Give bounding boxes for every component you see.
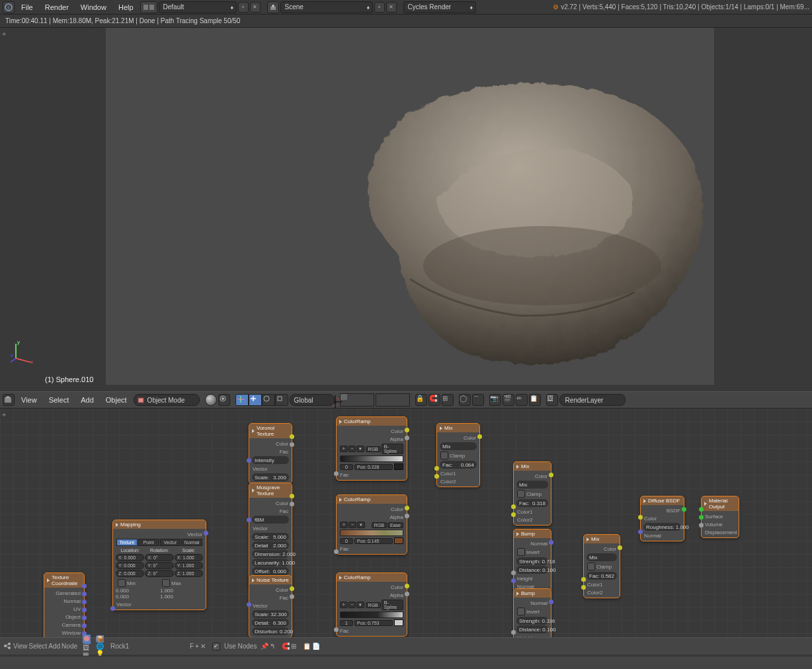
menu-object-3d[interactable]: Object xyxy=(101,395,132,405)
menu-node[interactable]: Node xyxy=(61,643,77,650)
fake-user-button[interactable]: F xyxy=(190,643,194,650)
renderlayer-field[interactable]: RenderLayer xyxy=(559,394,626,406)
scale-manipulator[interactable] xyxy=(275,394,288,406)
node-editor[interactable]: + Texture Coordinate Generated Normal UV… xyxy=(0,409,812,654)
loc-y[interactable]: Y: 0.000 xyxy=(116,562,144,569)
blend-type[interactable]: Mix xyxy=(516,481,548,489)
region-expand-icon[interactable]: + xyxy=(2,30,6,38)
gpencil-icon[interactable]: ✏ xyxy=(516,394,528,406)
node-colorramp-1[interactable]: ColorRamp Color Alpha +−▾RGBB-Spline 0Po… xyxy=(336,416,407,481)
menu-add-node[interactable]: Add xyxy=(48,643,60,650)
manipulator-toggle[interactable] xyxy=(235,394,249,406)
use-nodes-checkbox[interactable]: ✓ xyxy=(212,643,220,650)
region-expand-icon[interactable]: + xyxy=(2,411,6,418)
colorramp-gradient[interactable] xyxy=(340,455,403,462)
musgrave-dimension[interactable]: Dimension:2.000 xyxy=(252,550,289,558)
node-bump-1[interactable]: Bump Normal Invert Strength:0.718 Distan… xyxy=(513,529,551,592)
delete-scene-button[interactable]: ✕ xyxy=(386,2,397,13)
editor-type-node-icon[interactable] xyxy=(3,641,12,652)
min-x[interactable]: 0.000 xyxy=(116,588,159,594)
copy-icon[interactable]: 📋 xyxy=(529,394,541,406)
world-shader-btn[interactable]: 🌐 xyxy=(96,643,104,650)
rot-z[interactable]: Z: 0° xyxy=(145,570,173,577)
node-material-output[interactable]: Material Output Surface Volume Displacem… xyxy=(701,496,739,538)
mix-fac[interactable]: Fac:0.582 xyxy=(587,572,617,580)
translate-manipulator[interactable] xyxy=(249,394,262,406)
node-mapping[interactable]: Mapping Vector TexturePointVectorNormal … xyxy=(112,520,206,610)
node-voronoi-texture[interactable]: Voronoi Texture Color Fac Intensity Vect… xyxy=(249,423,292,484)
voronoi-scale[interactable]: Scale:3.200 xyxy=(252,473,289,481)
material-name-field[interactable]: Rock1 xyxy=(110,643,188,650)
composite-tree-btn[interactable]: 🖼 xyxy=(83,644,91,651)
pin-icon[interactable]: 📌 xyxy=(261,643,268,650)
menu-view-3d[interactable]: View xyxy=(16,395,42,405)
min-y[interactable]: 0.000 xyxy=(116,594,159,600)
node-noise-texture[interactable]: Noise Texture Color Fac Vector Scale:32.… xyxy=(249,575,292,638)
noise-scale[interactable]: Scale:32.300 xyxy=(252,610,289,618)
scl-z[interactable]: Z: 1.000 xyxy=(175,570,203,577)
snap-icon[interactable]: 🧲 xyxy=(428,394,440,406)
add-scene-button[interactable]: + xyxy=(374,2,385,13)
rotate-manipulator[interactable] xyxy=(262,394,275,406)
diffuse-roughness[interactable]: Roughness:1.000 xyxy=(643,523,681,531)
renderlayer-browse-icon[interactable]: 🖼 xyxy=(546,394,558,406)
scl-x[interactable]: X: 1.000 xyxy=(175,554,203,561)
node-mix-3[interactable]: Mix Color Mix Clamp Fac:0.582 Color1 Col… xyxy=(583,534,620,598)
render-engine-dropdown[interactable]: Cycles Render xyxy=(403,1,476,13)
mix-fac[interactable]: Fac:0.318 xyxy=(516,499,548,507)
musgrave-type[interactable]: fBM xyxy=(252,516,289,524)
viewport-shading-icon[interactable] xyxy=(205,394,217,406)
screen-layout-dropdown[interactable]: Default xyxy=(159,1,237,13)
scene-browse-icon[interactable] xyxy=(267,1,279,13)
max-x[interactable]: 1.000 xyxy=(160,588,203,594)
scl-y[interactable]: Y: 1.000 xyxy=(175,562,203,569)
pivot-dropdown[interactable] xyxy=(218,394,230,406)
musgrave-scale[interactable]: Scale:5.000 xyxy=(252,533,289,541)
node-mix-1[interactable]: Mix Color Mix Clamp Fac:0.064 Color1 Col… xyxy=(436,423,480,487)
node-musgrave-texture[interactable]: Musgrave Texture Color Fac fBM Vector Sc… xyxy=(249,483,292,586)
node-mix-2[interactable]: Mix Color Mix Clamp Fac:0.318 Color1 Col… xyxy=(513,461,551,526)
menu-add-3d[interactable]: Add xyxy=(75,395,99,405)
max-y[interactable]: 1.000 xyxy=(160,594,203,600)
back-to-previous-icon[interactable] xyxy=(140,1,157,13)
info-editor-icon[interactable]: i xyxy=(3,1,15,13)
node-colorramp-3[interactable]: ColorRamp Color Alpha +−▾RGBB-Spline 1Po… xyxy=(336,572,407,637)
shader-tree-btn[interactable] xyxy=(83,635,91,644)
bump-strength[interactable]: Strength:0.718 xyxy=(516,557,548,565)
lock-camera-icon[interactable]: 🔒 xyxy=(415,394,427,406)
blend-type[interactable]: Mix xyxy=(440,442,477,450)
orientation-dropdown[interactable]: Global xyxy=(290,394,335,406)
snap-node-icon[interactable]: 🧲 xyxy=(282,643,290,650)
unlink-material-button[interactable]: ✕ xyxy=(200,643,206,650)
mapping-type-tabs[interactable]: TexturePointVectorNormal xyxy=(114,538,204,547)
add-material-button[interactable]: + xyxy=(195,643,199,650)
proportional-falloff-icon[interactable]: ⌒ xyxy=(472,394,484,406)
noise-distortion[interactable]: Distortion:0.200 xyxy=(252,627,289,635)
musgrave-detail[interactable]: Detail2.000 xyxy=(252,541,289,549)
menu-help[interactable]: Help xyxy=(113,2,139,13)
noise-detail[interactable]: Detail:6.300 xyxy=(252,619,289,627)
musgrave-offset[interactable]: Offset:0.000 xyxy=(252,567,289,575)
node-header[interactable]: Texture Coordinate xyxy=(44,573,84,588)
render-opengl-still-icon[interactable]: 📷 xyxy=(489,394,501,406)
render-opengl-anim-icon[interactable]: 🎬 xyxy=(503,394,514,406)
object-shader-btn[interactable]: 📦 xyxy=(96,635,104,643)
mode-dropdown[interactable]: Object Mode xyxy=(134,394,200,406)
colorramp-gradient[interactable] xyxy=(340,530,403,536)
bump-distance[interactable]: Distance:0.100 xyxy=(516,566,548,574)
snap-element-dropdown[interactable]: ⊞ xyxy=(442,394,454,406)
rot-y[interactable]: Y: 0° xyxy=(145,562,173,569)
delete-layout-button[interactable]: ✕ xyxy=(250,2,261,13)
node-header[interactable]: Mapping xyxy=(113,520,206,529)
loc-z[interactable]: Z: 0.000 xyxy=(116,570,144,577)
rot-x[interactable]: X: 0° xyxy=(145,554,173,561)
loc-x[interactable]: X: 0.000 xyxy=(116,554,144,561)
snap-node-element[interactable]: ⊞ xyxy=(291,643,296,650)
colorramp-gradient[interactable] xyxy=(340,611,403,618)
menu-file[interactable]: File xyxy=(16,2,38,13)
musgrave-lacunarity[interactable]: Lacunarity:1.000 xyxy=(252,559,289,567)
go-parent-icon[interactable]: ↰ xyxy=(270,643,275,650)
menu-window[interactable]: Window xyxy=(75,2,112,13)
add-layout-button[interactable]: + xyxy=(238,2,249,13)
blend-type[interactable]: Mix xyxy=(587,553,617,561)
